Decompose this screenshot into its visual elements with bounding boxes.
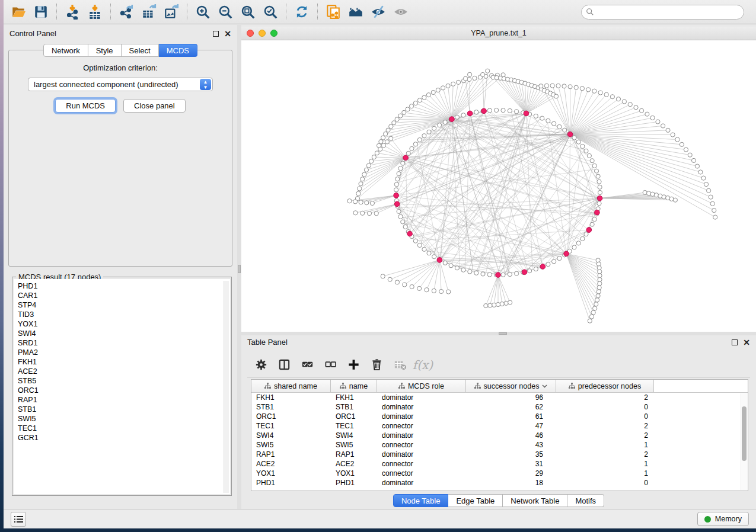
table-row[interactable]: SWI4SWI4dominator462 [251, 431, 748, 440]
export-table-button[interactable] [138, 2, 160, 21]
control-tab-select[interactable]: Select [122, 44, 159, 57]
mcds-result-item[interactable]: PMA2 [18, 348, 230, 357]
table-tab-motifs[interactable]: Motifs [567, 494, 604, 507]
mcds-result-item[interactable]: FKH1 [18, 357, 230, 367]
mcds-result-item[interactable]: STP4 [18, 300, 230, 310]
criterion-dropdown[interactable]: largest connected component (undirected)… [28, 78, 213, 91]
memory-button[interactable]: Memory [697, 512, 749, 526]
select-all-button[interactable] [298, 356, 316, 374]
table-row[interactable]: TEC1TEC1connector472 [251, 421, 748, 431]
table-row[interactable]: FKH1FKH1dominator962 [251, 393, 748, 402]
column-header-successor-nodes[interactable]: successor nodes [466, 380, 556, 392]
horizontal-splitter-grip[interactable] [499, 332, 507, 335]
network-window: YPA_prune.txt_1 [241, 27, 756, 332]
table-panel-title: Table Panel [247, 338, 288, 347]
mcds-result-item[interactable]: STB1 [18, 405, 230, 414]
control-tab-mcds[interactable]: MCDS [159, 44, 197, 57]
table-row[interactable]: ORC1ORC1dominator610 [251, 412, 748, 421]
dropdown-stepper-icon: ▲▼ [200, 79, 211, 90]
mcds-result-item[interactable]: CAR1 [18, 291, 230, 300]
import-table-button[interactable] [84, 2, 106, 21]
add-button[interactable] [344, 356, 362, 374]
refresh-icon [294, 4, 310, 20]
mcds-result-list[interactable]: PHD1CAR1STP4TID3YOX1SWI4SRD1PMA2FKH1ACE2… [14, 279, 230, 494]
table-tab-edge-table[interactable]: Edge Table [448, 494, 503, 507]
refresh-button[interactable] [291, 2, 313, 21]
control-panel-title: Control Panel [9, 29, 56, 38]
window-close-light[interactable] [247, 30, 254, 37]
export-table-icon [141, 4, 157, 20]
export-network-button[interactable] [115, 2, 138, 21]
network-canvas[interactable] [241, 40, 756, 332]
zoom-selected-button[interactable] [259, 2, 282, 21]
close-table-panel-icon[interactable]: ✕ [743, 339, 750, 345]
column-header-MCDS-role[interactable]: MCDS role [377, 380, 466, 392]
deselect-all-button[interactable] [321, 356, 339, 374]
float-table-panel-icon[interactable] [732, 339, 738, 345]
close-panel-button[interactable]: Close panel [123, 99, 186, 113]
float-panel-icon[interactable] [213, 31, 219, 37]
table-cell: 0 [556, 403, 654, 411]
import-network-button[interactable] [61, 2, 84, 21]
gear-button[interactable] [252, 356, 270, 374]
table-row[interactable]: PHD1PHD1dominator180 [251, 478, 748, 488]
control-tab-network[interactable]: Network [43, 44, 88, 57]
mcds-result-item[interactable]: TEC1 [18, 424, 230, 433]
column-header-predecessor-nodes[interactable]: predecessor nodes [556, 380, 654, 392]
new-network-from-selection-button[interactable] [322, 2, 344, 21]
window-zoom-light[interactable] [270, 30, 277, 37]
zoom-in-button[interactable] [192, 2, 214, 21]
run-mcds-button[interactable]: Run MCDS [55, 99, 116, 113]
table-scrollbar[interactable] [741, 393, 747, 490]
table-cell: ACE2 [251, 460, 331, 468]
vertical-splitter-grip[interactable] [238, 265, 241, 273]
first-neighbors-button[interactable] [344, 2, 367, 21]
search-input[interactable] [581, 5, 744, 20]
table-tab-node-table[interactable]: Node Table [393, 494, 449, 507]
mcds-result-item[interactable]: ORC1 [18, 386, 230, 395]
mcds-result-item[interactable]: GCR1 [18, 433, 230, 443]
column-header-shared-name[interactable]: shared name [251, 380, 331, 392]
mcds-result-item[interactable]: SWI5 [18, 414, 230, 424]
column-header-name[interactable]: name [331, 380, 377, 392]
trash-button[interactable] [368, 356, 385, 374]
window-minimize-light[interactable] [259, 30, 266, 37]
zoom-fit-button[interactable] [237, 2, 259, 21]
zoom-out-button[interactable] [214, 2, 237, 21]
mcds-result-item[interactable]: SRD1 [18, 338, 230, 348]
mcds-result-item[interactable]: YOX1 [18, 319, 230, 329]
vertical-splitter[interactable] [237, 25, 241, 509]
table-scrollbar-thumb[interactable] [742, 406, 747, 461]
toolbar-separator [317, 4, 318, 20]
table-row[interactable]: RAP1RAP1dominator352 [251, 450, 748, 459]
save-session-button[interactable] [30, 2, 52, 21]
columns-button[interactable] [275, 356, 293, 374]
column-label: name [349, 382, 368, 390]
hide-selected-button[interactable] [367, 2, 390, 21]
table-row[interactable]: SWI5SWI5connector431 [251, 440, 748, 450]
mcds-result-item[interactable]: PHD1 [18, 281, 230, 291]
table-cell: 2 [556, 450, 654, 459]
open-file-button[interactable] [7, 2, 30, 21]
mcds-result-item[interactable]: TID3 [18, 310, 230, 319]
table-row[interactable]: ACE2ACE2connector311 [251, 459, 748, 469]
mcds-result-item[interactable]: RAP1 [18, 395, 230, 405]
task-history-button[interactable] [11, 512, 26, 527]
table-cell: PHD1 [331, 479, 377, 487]
gear-icon [254, 358, 268, 371]
mcds-list-scrollbar[interactable] [224, 281, 229, 493]
node-table: shared namenameMCDS rolesuccessor nodesp… [251, 379, 748, 491]
mcds-result-item[interactable]: ACE2 [18, 367, 230, 376]
table-row[interactable]: YOX1YOX1connector291 [251, 469, 748, 478]
table-cell: connector [377, 460, 466, 468]
control-tab-style[interactable]: Style [88, 44, 122, 57]
mcds-result-item[interactable]: SWI4 [18, 329, 230, 338]
memory-label: Memory [715, 515, 742, 523]
table-tab-network-table[interactable]: Network Table [503, 494, 567, 507]
export-image-button[interactable] [160, 2, 183, 21]
column-type-icon [569, 383, 575, 389]
mcds-result-item[interactable]: STB5 [18, 376, 230, 386]
add-icon [347, 358, 361, 371]
table-row[interactable]: STB1STB1dominator620 [251, 402, 748, 412]
close-panel-icon[interactable]: ✕ [224, 31, 231, 37]
